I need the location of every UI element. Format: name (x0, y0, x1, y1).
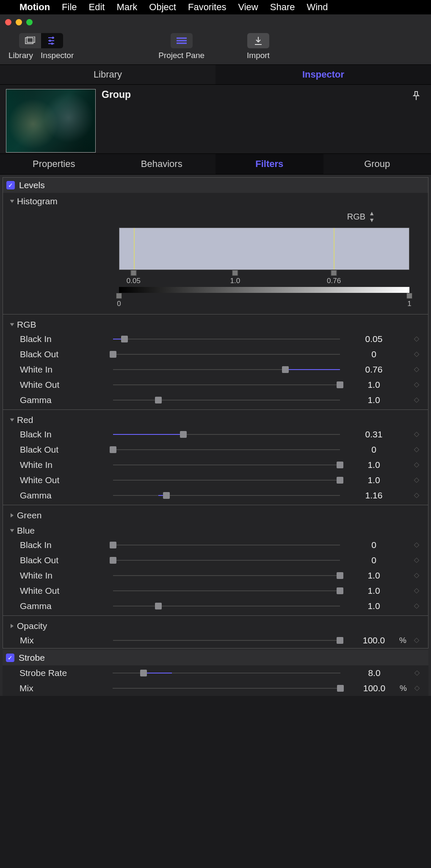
menu-file[interactable]: File (62, 2, 77, 13)
histogram-channel-select[interactable]: RGB (347, 212, 365, 222)
subtab-properties[interactable]: Properties (0, 154, 108, 174)
keyframe-icon[interactable] (411, 542, 422, 548)
tab-inspector[interactable]: Inspector (216, 65, 431, 84)
param-slider[interactable] (113, 684, 340, 693)
param-slider[interactable] (113, 556, 340, 565)
window-zoom-icon[interactable] (26, 19, 33, 25)
menu-edit[interactable]: Edit (89, 2, 105, 13)
keyframe-icon[interactable] (411, 603, 422, 609)
param-value[interactable]: 0.05 (348, 334, 399, 344)
inspector-toggle-button[interactable] (41, 33, 63, 48)
window-minimize-icon[interactable] (16, 19, 22, 25)
disclosure-icon[interactable] (11, 624, 14, 628)
param-slider[interactable] (113, 587, 340, 595)
subtab-filters[interactable]: Filters (216, 154, 323, 174)
param-label: Gamma (20, 395, 113, 405)
param-slider[interactable] (113, 381, 340, 389)
keyframe-icon[interactable] (411, 351, 422, 357)
param-value[interactable]: 0.31 (348, 429, 399, 440)
menu-mark[interactable]: Mark (116, 2, 137, 13)
window-close-icon[interactable] (5, 19, 11, 25)
keyframe-icon[interactable] (411, 447, 422, 453)
histogram-input-handles[interactable]: 0.05 1.0 0.76 (119, 270, 409, 287)
param-value[interactable]: 0.76 (348, 364, 399, 375)
param-value[interactable]: 1.0 (348, 475, 399, 485)
svg-rect-18 (414, 588, 419, 593)
histogram-output-gradient (119, 287, 409, 293)
menu-share[interactable]: Share (270, 2, 295, 13)
keyframe-icon[interactable] (411, 477, 422, 483)
param-value[interactable]: 1.0 (348, 601, 399, 611)
menu-window[interactable]: Wind (307, 2, 328, 13)
param-value[interactable]: 1.0 (348, 460, 399, 470)
param-value[interactable]: 0 (348, 349, 399, 359)
group-label: RGB (17, 320, 36, 330)
keyframe-icon[interactable] (411, 573, 422, 579)
param-row: White Out1.0 (3, 377, 428, 392)
param-slider[interactable] (113, 669, 340, 677)
menu-view[interactable]: View (238, 2, 258, 13)
stepper-icon[interactable]: ▲▼ (369, 210, 374, 223)
menu-object[interactable]: Object (149, 2, 176, 13)
keyframe-icon[interactable] (411, 492, 422, 498)
project-pane-label: Project Pane (158, 51, 204, 60)
keyframe-icon[interactable] (411, 382, 422, 388)
keyframe-icon[interactable] (411, 397, 422, 403)
param-slider[interactable] (113, 350, 340, 359)
keyframe-icon[interactable] (412, 670, 423, 676)
param-slider[interactable] (113, 491, 340, 500)
param-value[interactable]: 1.0 (348, 380, 399, 390)
disclosure-icon[interactable] (10, 200, 14, 203)
keyframe-icon[interactable] (411, 557, 422, 563)
window-titlebar (0, 14, 431, 30)
param-slider[interactable] (113, 396, 340, 404)
keyframe-icon[interactable] (411, 637, 422, 643)
param-slider[interactable] (113, 461, 340, 469)
param-row: Strobe Rate8.0 (3, 665, 428, 681)
filter-strobe-enable-checkbox[interactable]: ✓ (6, 654, 14, 662)
param-slider[interactable] (113, 636, 340, 645)
menu-favorites[interactable]: Favorites (188, 2, 226, 13)
param-slider[interactable] (113, 430, 340, 439)
param-slider[interactable] (113, 541, 340, 549)
param-slider[interactable] (113, 365, 340, 374)
library-toggle-button[interactable] (19, 33, 41, 48)
filter-levels-enable-checkbox[interactable]: ✓ (6, 181, 15, 189)
histogram-output-handles[interactable]: 0 1 (119, 293, 409, 307)
disclosure-icon[interactable] (11, 513, 14, 517)
project-pane-button[interactable] (171, 33, 193, 48)
param-value[interactable]: 0 (348, 555, 399, 565)
param-value[interactable]: 1.0 (348, 570, 399, 581)
param-slider[interactable] (113, 571, 340, 580)
param-slider[interactable] (113, 602, 340, 610)
param-value[interactable]: 1.0 (348, 586, 399, 596)
svg-rect-15 (414, 542, 419, 547)
keyframe-icon[interactable] (411, 336, 422, 342)
param-slider[interactable] (113, 335, 340, 343)
param-value[interactable]: 1.16 (348, 490, 399, 501)
app-menu[interactable]: Motion (19, 2, 50, 13)
keyframe-icon[interactable] (411, 431, 422, 437)
pin-button[interactable] (407, 89, 425, 153)
param-value[interactable]: 0 (348, 445, 399, 455)
disclosure-icon[interactable] (10, 419, 14, 422)
param-slider[interactable] (113, 476, 340, 484)
subtab-behaviors[interactable]: Behaviors (108, 154, 216, 174)
disclosure-icon[interactable] (10, 529, 14, 532)
param-value[interactable]: 100.0 (348, 635, 399, 645)
param-value[interactable]: 0 (348, 540, 399, 550)
param-value[interactable]: 100.0 (349, 683, 400, 693)
keyframe-icon[interactable] (411, 588, 422, 594)
subtab-group[interactable]: Group (323, 154, 431, 174)
param-label: Black Out (20, 555, 113, 565)
tab-library[interactable]: Library (0, 65, 216, 84)
import-button[interactable] (247, 33, 269, 48)
svg-rect-10 (414, 432, 419, 437)
param-slider[interactable] (113, 445, 340, 454)
keyframe-icon[interactable] (411, 367, 422, 373)
disclosure-icon[interactable] (10, 323, 14, 326)
keyframe-icon[interactable] (411, 462, 422, 468)
param-value[interactable]: 8.0 (349, 668, 400, 678)
param-value[interactable]: 1.0 (348, 395, 399, 405)
keyframe-icon[interactable] (412, 685, 423, 691)
